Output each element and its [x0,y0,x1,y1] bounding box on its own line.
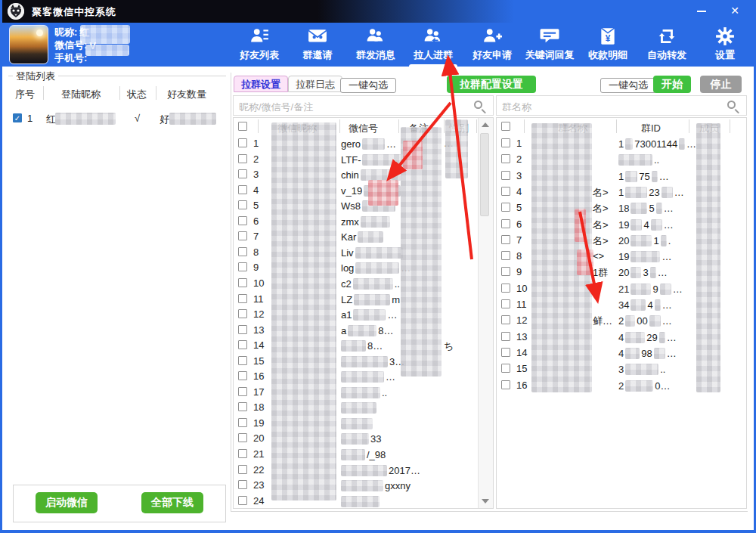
group-table-header-checkbox[interactable] [501,122,510,131]
partial-text: 0… [655,380,670,392]
group-row-checkbox[interactable] [501,138,510,147]
toolbar-item-group-invite[interactable]: 群邀请 [289,25,346,66]
group-row-checkbox[interactable] [501,219,510,228]
select-all-members-button[interactable]: 一键勾选 [340,78,396,93]
toolbar-item-pull-into-group[interactable]: 拉人进群 [404,25,462,66]
member-table-scrollbar[interactable] [478,118,493,508]
member-row-checkbox[interactable] [238,340,247,349]
member-row-checkbox[interactable] [238,325,247,334]
member-row-wxid: zmx [341,214,390,230]
group-row-checkbox[interactable] [501,267,510,276]
group-row-checkbox[interactable] [501,203,510,212]
partial-text: .. [395,278,400,290]
group-row-name: 名> [593,234,609,248]
select-all-groups-button[interactable]: 一键勾选 [600,78,656,93]
blur-overlay [631,251,660,262]
group-row-checkbox[interactable] [501,348,510,357]
blur-overlay [355,247,403,259]
partial-text: LZ [341,294,352,305]
partial-text: … [662,299,672,311]
group-row-checkbox[interactable] [501,284,510,293]
group-tabs: 拉群设置 拉群日志 [234,76,342,92]
toolbar-item-label: 好友列表 [231,48,288,62]
member-row-checkbox[interactable] [238,185,247,194]
stop-button[interactable]: 停止 [700,76,742,93]
scroll-up-icon[interactable] [482,122,489,127]
member-row-checkbox[interactable] [238,278,247,287]
start-wechat-button[interactable]: 启动微信 [36,492,98,513]
tab-pull-group-settings[interactable]: 拉群设置 [234,76,288,92]
member-row-checkbox[interactable] [238,480,247,489]
friend-request-icon [463,26,521,48]
search-icon [474,101,482,109]
member-row-checkbox[interactable] [238,294,247,303]
member-row-checkbox[interactable] [238,309,247,318]
member-row-checkbox[interactable] [238,418,247,427]
member-row-checkbox[interactable] [238,496,247,505]
minimize-button[interactable] [686,0,717,21]
member-row-checkbox[interactable] [238,262,247,271]
group-row-checkbox[interactable] [501,380,510,389]
toolbar-item-friend-request[interactable]: 好友申请 [463,25,521,66]
toolbar-item-friends-list[interactable]: 好友列表 [231,25,288,66]
payment-detail-icon: ¥ [579,26,637,48]
member-row-checkbox[interactable] [238,138,247,147]
member-row-checkbox[interactable] [238,449,247,458]
member-row-checkbox[interactable] [238,154,247,163]
toolbar-item-payment-detail[interactable]: ¥收款明细 [579,25,637,66]
group-row-checkbox[interactable] [501,235,510,244]
login-row-checkbox[interactable]: ✓ [13,113,22,122]
scrollbar-thumb[interactable] [480,133,489,216]
member-search-input[interactable]: 昵称/微信号/备注 [233,95,494,116]
member-row-checkbox[interactable] [238,387,247,396]
member-row-checkbox[interactable] [238,200,247,209]
member-row-checkbox[interactable] [238,371,247,380]
start-button[interactable]: 开始 [653,76,691,93]
group-row-index: 2 [516,153,522,165]
group-search-input[interactable]: 群名称 [496,95,747,116]
tab-pull-group-log[interactable]: 拉群日志 [288,76,342,92]
group-row-checkbox[interactable] [501,315,510,324]
toolbar-item-auto-forward[interactable]: 自动转发 [638,25,696,66]
member-row-checkbox[interactable] [238,433,247,442]
partial-text: … [658,267,668,278]
partial-text: … [386,138,396,150]
group-row-checkbox[interactable] [501,171,510,180]
pull-group-config-button[interactable]: 拉群配置设置 [447,76,536,93]
blur-overlay [271,122,336,500]
member-row-checkbox[interactable] [238,247,247,256]
member-table-header-checkbox[interactable] [238,122,247,131]
all-offline-button[interactable]: 全部下线 [141,492,203,513]
member-row-checkbox[interactable] [238,169,247,178]
member-row-checkbox[interactable] [238,356,247,365]
group-row-index: 3 [516,170,522,181]
toolbar-item-mass-message[interactable]: 群发消息 [347,25,404,66]
member-row-wxid: 33 [341,431,381,447]
group-row-id: 200… [618,313,672,329]
member-row-checkbox[interactable] [238,465,247,474]
blur-overlay [341,449,365,460]
toolbar-item-keyword-reply[interactable]: 关键词回复 [521,25,578,66]
partial-text: Liv [341,247,354,259]
partial-text: 1 [618,187,624,198]
group-row-index: 11 [516,299,527,310]
member-row-index: 12 [253,308,264,320]
member-row-checkbox[interactable] [238,402,247,411]
member-row-checkbox[interactable] [238,216,247,225]
group-row-checkbox[interactable] [501,364,510,373]
group-row-checkbox[interactable] [501,299,510,308]
member-row-checkbox[interactable] [238,231,247,240]
group-row-checkbox[interactable] [501,251,510,260]
group-row-name: 1群 [593,266,608,280]
group-row-checkbox[interactable] [501,332,510,341]
blur-overlay [355,262,399,274]
group-row-checkbox[interactable] [501,187,510,196]
close-button[interactable]: ✕ [720,0,750,21]
blur-overlay [353,278,393,290]
group-row-index: 8 [516,250,522,262]
scroll-down-icon[interactable] [482,499,489,504]
toolbar-item-settings[interactable]: 设置 [696,25,754,66]
group-row-checkbox[interactable] [501,154,510,163]
blur-overlay [368,180,398,206]
blur-overlay [341,465,387,476]
